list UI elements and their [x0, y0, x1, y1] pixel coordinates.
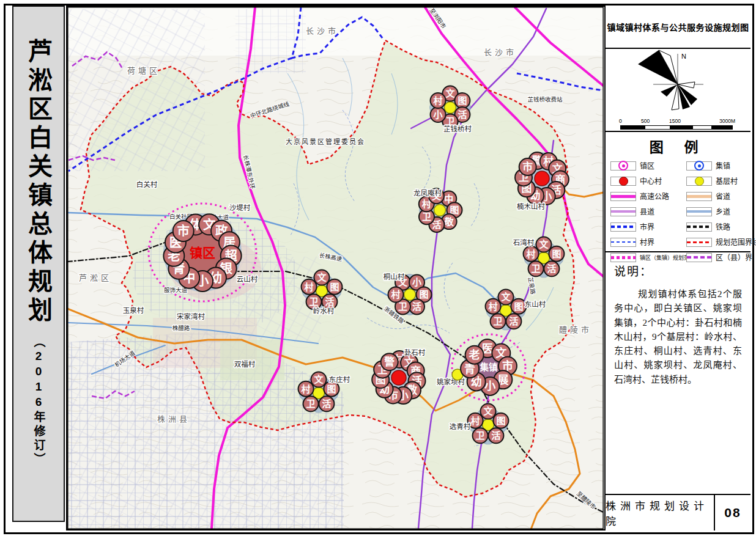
legend-section: 图 例 镇区 集镇 中心村 基层村 高速公路 省道 县道 乡道 市界 — [606, 132, 750, 252]
facility-label: 活 — [491, 430, 500, 441]
toll-station-label: 芷钱桥收费站 — [527, 96, 563, 103]
facility-label: 市 — [522, 161, 533, 173]
legend-label: 铁路 — [716, 221, 756, 232]
market-town-label: 集镇 — [480, 362, 498, 372]
compass-rose: N — [606, 49, 752, 116]
facility-label: 卫 — [532, 263, 541, 274]
legend-swatch-market-town — [686, 161, 712, 171]
road-label: 服饰大道 — [164, 287, 188, 293]
street-grid-north — [235, 9, 306, 73]
legend-swatch-village-boundary — [610, 238, 636, 247]
legend-label: 省道 — [716, 191, 756, 202]
cluster-town-center: 镇区 体文政居超银幼小中青老医市 — [163, 213, 242, 292]
legend-swatch-provincial-road — [686, 192, 712, 201]
legend-swatch-expressway — [610, 192, 636, 201]
facility-label: 村 — [305, 282, 314, 292]
scenic-area-label: 大京风景区管理委员会 — [286, 138, 365, 145]
facility-label: 文 — [314, 374, 324, 384]
facility-label: 图 — [330, 282, 339, 292]
facility-label: 活 — [458, 109, 467, 120]
legend-swatch-basic-village — [686, 177, 712, 186]
facility-label: 图 — [458, 95, 467, 106]
village-label: 宋家湾村 — [177, 312, 205, 320]
facility-label: 老 — [469, 348, 480, 361]
legend-swatch-township-road — [686, 207, 712, 216]
facility-label: 图 — [419, 289, 428, 299]
facility-label: 卫 — [309, 296, 319, 307]
legend-swatch-planning-boundary — [686, 238, 712, 247]
facility-label: 卫 — [306, 398, 316, 409]
sheet-title-suffix: （2016年修订） — [31, 336, 47, 467]
sheet-title-bar: 芦淞区白关镇总体规划 （2016年修订） — [12, 6, 65, 522]
facility-label: 图 — [327, 384, 336, 394]
facility-label: 文 — [317, 272, 327, 282]
scale-tick: 500 — [641, 118, 650, 124]
village-label: 卦石村 — [404, 348, 426, 356]
sheet-title: 芦淞区白关镇总体规划 — [26, 39, 51, 326]
village-label: 云山村 — [237, 275, 258, 283]
facility-label: 活 — [509, 316, 518, 326]
facility-label: 活 — [547, 263, 556, 274]
village-label: 石湾村 — [513, 238, 535, 246]
legend-label: 县道 — [640, 206, 684, 217]
facility-label: 小 — [412, 277, 421, 287]
facility-label: 村 — [489, 301, 498, 312]
legend-label: 市界 — [640, 221, 684, 232]
legend-swatch-town — [610, 161, 636, 171]
map-canvas: 荷塘区 长沙市 长沙市 大京风景区管理委员会 白关村 沙堤村 白关社区 白关大道… — [67, 7, 604, 529]
village-label: 桐山村 — [384, 273, 405, 281]
facility-label: 图 — [552, 249, 561, 259]
notes-body: 规划镇村体系包括2个服务中心，即白关镇区、姚家坝集镇，2个中心村：卦石村和楠木山… — [614, 287, 742, 387]
facility-label: 文 — [483, 406, 493, 416]
title-block: 株洲市规划设计院 08 — [606, 494, 750, 530]
facility-label: 村 — [527, 249, 536, 259]
legend-swatch-railway — [686, 222, 712, 232]
village-label: 选青村 — [450, 422, 471, 430]
facility-label: 村 — [302, 384, 311, 394]
legend-swatch-county-road — [610, 207, 636, 216]
plan-sheet: 芦淞区白关镇总体规划 （2016年修订） — [0, 0, 756, 536]
legend-swatch-central-village — [610, 177, 636, 186]
facility-label: 图 — [514, 301, 523, 312]
legend-title: 图 例 — [610, 136, 746, 156]
region-label: 芦淞区 — [79, 273, 112, 282]
facility-label: 文 — [501, 292, 511, 302]
panel-title: 镇域镇村体系与公共服务设施规划图 — [606, 6, 750, 49]
village-label: 芷钱桥村 — [443, 125, 472, 133]
notes-heading: 说明： — [614, 262, 742, 279]
legend-label: 集镇 — [716, 160, 756, 171]
facility-label: 村 — [471, 416, 480, 426]
facility-label: 市 — [177, 224, 190, 238]
legend-label: 乡道 — [716, 206, 756, 217]
legend-label: 镇区 — [640, 160, 684, 171]
village-label: 玉泉村 — [123, 306, 144, 314]
scale-tick: 1500 — [669, 118, 681, 124]
sheet-number: 08 — [714, 495, 750, 530]
legend-label: 规划范围界线 — [716, 237, 756, 248]
facility-label: 小 — [434, 109, 443, 120]
facility-label: 卫 — [476, 430, 485, 441]
facility-label: 活 — [322, 398, 331, 409]
facility-label: 青 — [464, 363, 475, 375]
road-label: 株醴路 — [172, 325, 190, 331]
scale-bar — [620, 125, 733, 130]
facility-label: 敬 — [444, 216, 454, 227]
legend-label: 村界 — [640, 237, 684, 248]
village-label: 楠木山村 — [517, 202, 545, 210]
facility-label: 活 — [412, 301, 421, 312]
facility-label: 村 — [391, 289, 400, 299]
village-label: 东山村 — [525, 300, 546, 308]
facility-label: 卫 — [422, 211, 431, 222]
facility-label: 小 — [484, 380, 495, 392]
village-label: 白关村 — [136, 180, 158, 188]
scale-tick: 0 — [619, 118, 622, 124]
region-label: 株洲县 — [157, 414, 190, 424]
facility-label: 卫 — [398, 301, 407, 312]
region-label: 长沙市 — [306, 26, 339, 35]
village-label: 双福村 — [234, 360, 256, 368]
legend-label: 基层村 — [716, 175, 756, 186]
cluster-market-town: 集镇 医文市展小幼青老 — [461, 339, 517, 395]
compass-n-label: N — [681, 53, 686, 60]
facility-label: 文 — [445, 88, 455, 98]
village-label: 龙凤庵村 — [413, 189, 442, 197]
